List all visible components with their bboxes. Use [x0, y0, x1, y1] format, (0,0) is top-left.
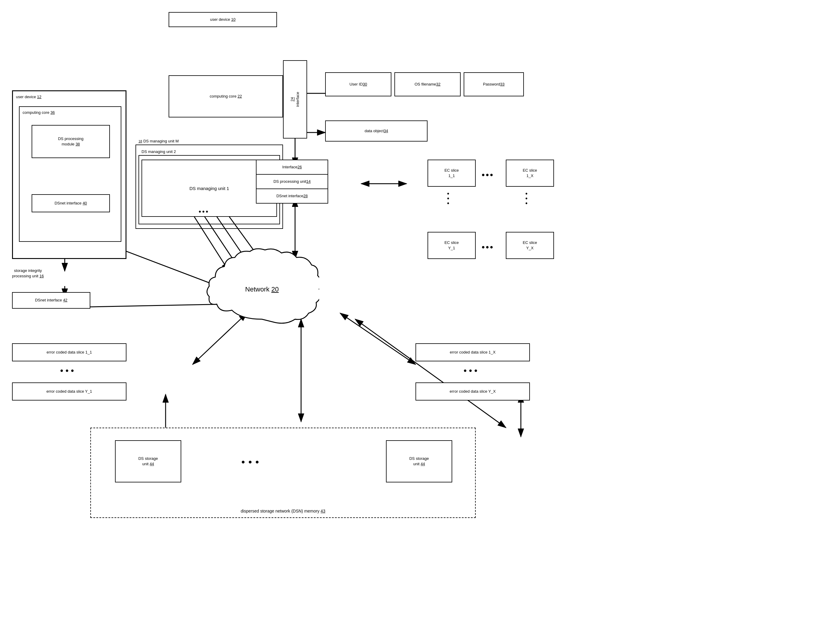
- dsnet-interface-40-box: DSnet interface 40: [32, 194, 110, 212]
- storage-integrity-outer: storage integrityprocessing unit 16 DSne…: [12, 268, 114, 319]
- ec-slice-1-X-label: EC slice1_X: [523, 168, 537, 179]
- svg-line-16: [355, 319, 506, 428]
- storage-integrity-label: storage integrityprocessing unit 16: [12, 268, 44, 279]
- user-device-10-number: 10: [231, 17, 235, 22]
- data-object-label: data object: [365, 128, 384, 134]
- ec-slice-1-1-box: EC slice1_1: [428, 160, 476, 187]
- ds-processing-unit-label: DS processing unit: [273, 179, 306, 184]
- diagram: user device 10 interface 24 computing co…: [0, 0, 840, 636]
- data-object-34-box: data object 34: [325, 120, 428, 142]
- interface-24-box: interface 24: [283, 60, 307, 139]
- ec-slice-1-1-label: EC slice1_1: [444, 168, 459, 179]
- ds-managing-unit-1-label: DS managing unit 1: [189, 185, 229, 191]
- os-filename-32-box: OS filename 32: [395, 72, 461, 97]
- interface-24-number: 24: [290, 97, 294, 101]
- dsn-memory-label: dispersed storage network (DSN) memory 4…: [91, 508, 475, 514]
- ds-storage-unit-44b-box: DS storageunit 44: [386, 440, 452, 483]
- ds-processing-unit-14-box: DS processing unit 14: [256, 174, 328, 189]
- ds-storage-unit-44a-box: DS storageunit 44: [115, 440, 181, 483]
- dsnet-interface-28-box: DSnet interface 28: [256, 188, 328, 204]
- error-coded-1-X-label: error coded data slice 1_X: [450, 350, 496, 355]
- ds-processing-module-38-box: DS processingmodule 38: [32, 125, 110, 158]
- ds-managing-unit-M-label: 18 DS managing unit M: [139, 139, 283, 144]
- dsnet-interface-28-label: DSnet interface: [276, 193, 303, 199]
- interface-26-box: Interface 26: [256, 160, 328, 175]
- ec-slice-top-dots: •••: [482, 170, 494, 180]
- user-id-number: 30: [363, 82, 367, 87]
- svg-line-15: [340, 313, 415, 364]
- os-filename-number: 32: [436, 82, 441, 87]
- error-coded-Y-X-box: error coded data slice Y_X: [415, 383, 530, 400]
- interface-26-number: 26: [297, 165, 302, 170]
- os-filename-label: OS filename: [415, 82, 436, 87]
- computing-core-22-label: computing core: [210, 94, 237, 98]
- computing-core-36-outer: computing core 36 DS processingmodule 38…: [19, 106, 122, 242]
- user-device-10-box: user device 10: [169, 12, 277, 27]
- error-coded-left-dots: •••: [60, 366, 76, 375]
- computing-core-22-number: 22: [238, 94, 242, 98]
- user-device-12-label: user device 12: [16, 94, 129, 100]
- dsnet-interface-28-number: 28: [303, 193, 308, 199]
- error-coded-1-1-label: error coded data slice 1_1: [47, 350, 92, 355]
- error-coded-1-X-box: error coded data slice 1_X: [415, 343, 530, 361]
- ds-processing-unit-number: 14: [306, 179, 310, 184]
- ec-slice-1-X-vdots: •••: [525, 191, 527, 206]
- svg-text:Network 20: Network 20: [245, 285, 278, 293]
- ec-slice-Y-1-box: EC sliceY_1: [428, 232, 476, 259]
- interface-24-label: interface: [295, 92, 300, 107]
- network-cloud-svg: Network 20: [205, 247, 319, 331]
- error-coded-Y-1-label: error coded data slice Y_1: [46, 389, 92, 394]
- password-number: 33: [500, 82, 504, 87]
- user-device-12-box: user device 12 computing core 36 DS proc…: [12, 90, 126, 259]
- error-coded-Y-X-label: error coded data slice Y_X: [450, 389, 496, 394]
- user-device-10-label: user device: [210, 17, 230, 22]
- managing-units-dots: •••: [199, 208, 209, 216]
- ec-slice-1-X-box: EC slice1_X: [506, 160, 554, 187]
- computing-core-22-box: computing core 22: [169, 75, 283, 117]
- data-object-number: 34: [384, 128, 388, 134]
- password-33-box: Password 33: [464, 72, 524, 97]
- ds-managing-unit-2-label: DS managing unit 2: [142, 149, 268, 155]
- ec-slice-Y-1-label: EC sliceY_1: [444, 240, 459, 251]
- error-coded-1-1-box: error coded data slice 1_1: [12, 343, 126, 361]
- user-id-30-box: User ID 30: [325, 72, 392, 97]
- ec-slice-bottom-dots: •••: [482, 242, 494, 252]
- dsn-memory-text: dispersed storage network (DSN) memory 4…: [241, 509, 325, 513]
- ec-slice-1-1-vdots: •••: [447, 191, 449, 206]
- ec-slice-Y-X-label: EC sliceY_X: [523, 240, 537, 251]
- interface-26-label: Interface: [282, 165, 297, 170]
- ec-slice-Y-X-box: EC sliceY_X: [506, 232, 554, 259]
- error-coded-right-dots: •••: [464, 366, 480, 375]
- error-coded-Y-1-box: error coded data slice Y_1: [12, 383, 126, 400]
- password-label: Password: [483, 82, 500, 87]
- user-id-label: User ID: [349, 82, 363, 87]
- dsn-memory-box: DS storageunit 44 ••• DS storageunit 44 …: [90, 428, 476, 518]
- ds-storage-dots: •••: [242, 455, 262, 469]
- dsnet-interface-42-box: DSnet interface 42: [12, 292, 90, 309]
- computing-core-36-label: computing core 36: [22, 110, 124, 115]
